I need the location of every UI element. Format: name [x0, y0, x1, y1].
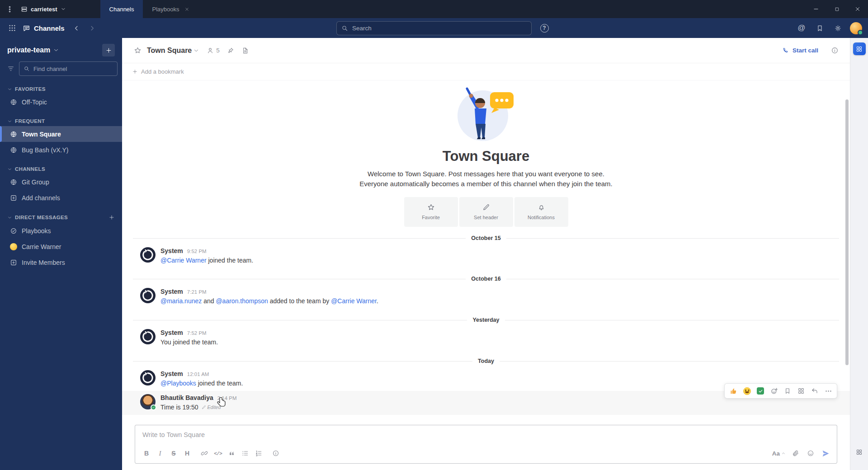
- message-author[interactable]: System: [160, 288, 183, 295]
- message-author[interactable]: System: [160, 370, 183, 377]
- mention-link[interactable]: @Carrie Warner: [160, 257, 207, 264]
- bold-button[interactable]: B: [140, 447, 153, 460]
- channel-header: Town Square 5 Start call: [122, 38, 850, 63]
- heading-button[interactable]: H: [180, 447, 194, 460]
- sidebar-item-invite-members[interactable]: Invite Members: [0, 254, 122, 270]
- start-call-button[interactable]: Start call: [778, 44, 823, 56]
- channel-intro-description: Welcome to Town Square. Post messages he…: [353, 169, 619, 189]
- date-label[interactable]: October 15: [466, 235, 506, 241]
- team-menu-chevron-icon[interactable]: [53, 47, 59, 53]
- toggle-formatting-button[interactable]: Aa: [770, 447, 788, 460]
- insert-link-button[interactable]: [198, 447, 211, 460]
- settings-button[interactable]: [830, 20, 845, 36]
- sidebar-item-add-channels[interactable]: Add channels: [0, 190, 122, 206]
- quick-reaction-smile-button[interactable]: [741, 385, 753, 397]
- sidebar-item-off-topic[interactable]: Off-Topic: [0, 94, 122, 110]
- intro-favorite-button[interactable]: Favorite: [404, 197, 458, 227]
- category-channels[interactable]: CHANNELS: [0, 164, 122, 174]
- emoji-picker-button[interactable]: [804, 447, 817, 460]
- bottom-apps-button[interactable]: [856, 449, 863, 456]
- message-author[interactable]: System: [160, 247, 183, 254]
- profile-menu-button[interactable]: [848, 20, 863, 36]
- mention-link[interactable]: @Carrie Warner: [331, 297, 377, 305]
- mention-link[interactable]: @aaron.thompson: [216, 297, 268, 305]
- italic-button[interactable]: I: [153, 447, 167, 460]
- help-button[interactable]: ?: [537, 21, 552, 35]
- find-channel-box[interactable]: [19, 61, 118, 76]
- channel-filter-button[interactable]: [7, 65, 14, 72]
- reply-button[interactable]: [808, 385, 821, 397]
- channel-files-button[interactable]: [238, 43, 252, 58]
- intro-set-header-button[interactable]: Set header: [459, 197, 513, 227]
- system-avatar[interactable]: [140, 329, 156, 344]
- date-label[interactable]: October 16: [466, 276, 506, 282]
- add-reaction-button[interactable]: [768, 385, 780, 397]
- send-message-button[interactable]: [819, 447, 832, 460]
- recent-mentions-button[interactable]: @: [794, 20, 809, 36]
- intro-notifications-button[interactable]: Notifications: [514, 197, 568, 227]
- saved-messages-button[interactable]: [812, 20, 827, 36]
- maximize-button[interactable]: [826, 0, 847, 18]
- pinned-posts-button[interactable]: [223, 43, 238, 58]
- system-avatar[interactable]: [140, 247, 156, 263]
- minimize-button[interactable]: [806, 0, 826, 18]
- search-input[interactable]: [352, 25, 527, 32]
- close-window-button[interactable]: [847, 0, 868, 18]
- message-apps-button[interactable]: [795, 385, 807, 397]
- bulleted-list-button[interactable]: [238, 447, 252, 460]
- date-label[interactable]: Yesterday: [467, 317, 505, 323]
- mention-link[interactable]: @Playbooks: [160, 380, 196, 387]
- date-label[interactable]: Today: [472, 358, 500, 364]
- history-back-button[interactable]: [69, 20, 85, 36]
- category-direct-messages[interactable]: DIRECT MESSAGES: [0, 212, 122, 223]
- sidebar-item-carrie-warner-dm[interactable]: Carrie Warner: [0, 239, 122, 254]
- global-search-box[interactable]: [336, 21, 532, 35]
- scrollbar-thumb[interactable]: [845, 99, 849, 365]
- message-composer[interactable]: B I S H </> Aa: [135, 425, 837, 464]
- add-bookmark-button[interactable]: Add a bookmark: [141, 68, 184, 75]
- channel-info-button[interactable]: [827, 43, 842, 58]
- find-channel-input[interactable]: [33, 66, 113, 72]
- save-message-button[interactable]: [781, 385, 794, 397]
- tab-channels[interactable]: Channels: [100, 0, 143, 18]
- system-avatar[interactable]: [140, 370, 156, 385]
- message-help-button[interactable]: [269, 447, 283, 460]
- category-favorites[interactable]: FAVORITES: [0, 85, 122, 94]
- attach-file-button[interactable]: [789, 447, 802, 460]
- strikethrough-button[interactable]: S: [167, 447, 180, 460]
- sidebar-item-git-group[interactable]: Git Group: [0, 174, 122, 190]
- system-avatar[interactable]: [140, 288, 156, 303]
- channel-menu-chevron-icon[interactable]: [193, 47, 199, 54]
- app-menu-button[interactable]: [0, 0, 19, 18]
- quick-reaction-check-button[interactable]: [754, 385, 767, 397]
- channel-members-button[interactable]: 5: [207, 47, 220, 54]
- message-text-part: added to the team by: [268, 297, 331, 305]
- new-direct-message-button[interactable]: [108, 214, 115, 221]
- quick-reaction-thumbsup-button[interactable]: [727, 385, 740, 397]
- sidebar-item-town-square[interactable]: Town Square: [0, 126, 122, 142]
- favorite-channel-button[interactable]: [130, 43, 145, 58]
- add-channel-button[interactable]: [102, 44, 115, 56]
- history-forward-button[interactable]: [85, 20, 100, 36]
- category-frequent[interactable]: FREQUENT: [0, 117, 122, 126]
- app-bar-plugin-button[interactable]: [853, 42, 866, 55]
- team-name[interactable]: private-team: [7, 46, 50, 54]
- server-selector[interactable]: carrietest: [19, 6, 71, 13]
- message-input[interactable]: [135, 425, 837, 445]
- quote-button[interactable]: [225, 447, 238, 460]
- tab-playbooks[interactable]: Playbooks: [143, 0, 198, 18]
- more-actions-button[interactable]: [822, 385, 835, 397]
- product-switcher-button[interactable]: [5, 20, 20, 36]
- sidebar-item-playbooks-dm[interactable]: Playbooks: [0, 223, 122, 239]
- close-tab-icon[interactable]: [184, 7, 189, 12]
- message-author[interactable]: Bhautik Bavadiya: [160, 394, 213, 401]
- sidebar-item-bug-bash[interactable]: Bug Bash (vX.Y): [0, 142, 122, 158]
- message-author[interactable]: System: [160, 329, 183, 336]
- code-button[interactable]: </>: [211, 447, 225, 460]
- product-title: Channels: [20, 24, 69, 32]
- user-avatar-bhautik[interactable]: [140, 394, 156, 409]
- numbered-list-button[interactable]: [252, 447, 265, 460]
- channel-title[interactable]: Town Square: [147, 47, 192, 55]
- mention-link[interactable]: @maria.nunez: [160, 297, 202, 305]
- info-icon: [831, 47, 839, 54]
